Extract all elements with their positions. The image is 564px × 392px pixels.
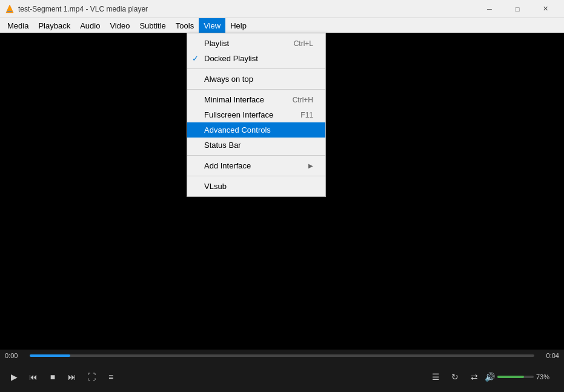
- menu-item-vlsub[interactable]: VLsub: [187, 179, 325, 194]
- controls-row: ▶ ⏮ ■ ⏭ ⛶ ≡ ☰ ↻ ⇄: [0, 362, 564, 392]
- prev-icon: ⏮: [29, 372, 38, 382]
- extended-settings-button[interactable]: ≡: [102, 368, 120, 386]
- fullscreen-button[interactable]: ⛶: [82, 368, 101, 386]
- fullscreen-shortcut: F11: [300, 111, 313, 119]
- play-button[interactable]: ▶: [5, 368, 23, 386]
- menu-item-minimal-interface[interactable]: Minimal Interface Ctrl+H: [187, 92, 325, 107]
- playlist-icon: ☰: [432, 372, 440, 382]
- minimal-shortcut: Ctrl+H: [293, 96, 313, 104]
- vlsub-label: VLsub: [204, 182, 227, 191]
- window-controls: ─ □ ✕: [476, 0, 559, 18]
- stop-button[interactable]: ■: [44, 368, 62, 386]
- advanced-controls-label: Advanced Controls: [204, 125, 271, 135]
- playlist-label: Playlist: [204, 39, 229, 48]
- extended-icon: ≡: [108, 372, 113, 382]
- next-icon: ⏭: [68, 372, 76, 382]
- menu-video[interactable]: Video: [105, 18, 134, 33]
- maximize-button[interactable]: □: [503, 0, 531, 18]
- menu-media[interactable]: Media: [2, 18, 33, 33]
- progress-fill: [30, 354, 70, 357]
- separator-2: [187, 89, 325, 90]
- volume-track[interactable]: [497, 376, 534, 378]
- current-time: 0:00: [5, 352, 26, 359]
- minimize-button[interactable]: ─: [476, 0, 503, 18]
- menu-item-fullscreen-interface[interactable]: Fullscreen Interface F11: [187, 107, 325, 122]
- menu-help[interactable]: Help: [225, 18, 251, 33]
- next-button[interactable]: ⏭: [63, 368, 81, 386]
- submenu-arrow-icon: ▶: [308, 162, 313, 169]
- title-bar: test-Segment 1.mp4 - VLC media player ─ …: [0, 0, 564, 18]
- always-on-top-label: Always on top: [204, 75, 253, 84]
- stop-icon: ■: [50, 372, 55, 382]
- menu-item-status-bar[interactable]: Status Bar: [187, 138, 325, 153]
- separator-4: [187, 176, 325, 176]
- menu-item-playlist[interactable]: Playlist Ctrl+L: [187, 36, 325, 51]
- menu-item-always-on-top[interactable]: Always on top: [187, 71, 325, 87]
- playlist-toggle-button[interactable]: ☰: [426, 368, 445, 386]
- menu-item-advanced-controls[interactable]: Advanced Controls: [187, 122, 325, 138]
- status-bar-label: Status Bar: [204, 141, 241, 150]
- progress-track[interactable]: [30, 354, 534, 357]
- fullscreen-icon: ⛶: [87, 372, 96, 382]
- minimal-interface-label: Minimal Interface: [204, 95, 264, 104]
- menu-bar: Media Playback Audio Video Subtitle Tool…: [0, 18, 564, 33]
- docked-checkmark-icon: ✓: [192, 54, 199, 63]
- menu-tools[interactable]: Tools: [171, 18, 199, 33]
- playlist-shortcut: Ctrl+L: [294, 39, 313, 48]
- shuffle-button[interactable]: ⇄: [465, 368, 483, 386]
- repeat-button[interactable]: ↻: [446, 368, 464, 386]
- menu-audio[interactable]: Audio: [75, 18, 105, 33]
- volume-percentage: 73%: [536, 373, 554, 380]
- view-dropdown-menu: Playlist Ctrl+L ✓ Docked Playlist Always…: [187, 33, 326, 197]
- menu-view[interactable]: View: [199, 18, 225, 33]
- menu-item-docked-playlist[interactable]: ✓ Docked Playlist: [187, 51, 325, 66]
- volume-icon: 🔊: [485, 372, 495, 382]
- bottom-bar: 0:00 0:04 ▶ ⏮ ■ ⏭ ⛶ ≡ ☰: [0, 350, 564, 392]
- menu-playback[interactable]: Playback: [33, 18, 75, 33]
- total-time: 0:04: [538, 352, 559, 359]
- prev-button[interactable]: ⏮: [24, 368, 42, 386]
- docked-playlist-label: Docked Playlist: [204, 54, 258, 63]
- app-icon: [5, 4, 15, 14]
- window-title: test-Segment 1.mp4 - VLC media player: [18, 5, 476, 13]
- close-button[interactable]: ✕: [531, 0, 559, 18]
- svg-rect-1: [7, 11, 12, 12]
- repeat-icon: ↻: [451, 372, 459, 382]
- fullscreen-interface-label: Fullscreen Interface: [204, 110, 273, 119]
- add-interface-label: Add Interface: [204, 161, 251, 170]
- menu-subtitle[interactable]: Subtitle: [134, 18, 170, 33]
- progress-area: 0:00 0:04: [0, 350, 564, 362]
- menu-item-add-interface[interactable]: Add Interface ▶: [187, 158, 325, 173]
- volume-fill: [497, 376, 524, 378]
- separator-1: [187, 68, 325, 69]
- shuffle-icon: ⇄: [471, 372, 478, 382]
- separator-3: [187, 155, 325, 156]
- volume-area: 🔊 73%: [485, 372, 554, 382]
